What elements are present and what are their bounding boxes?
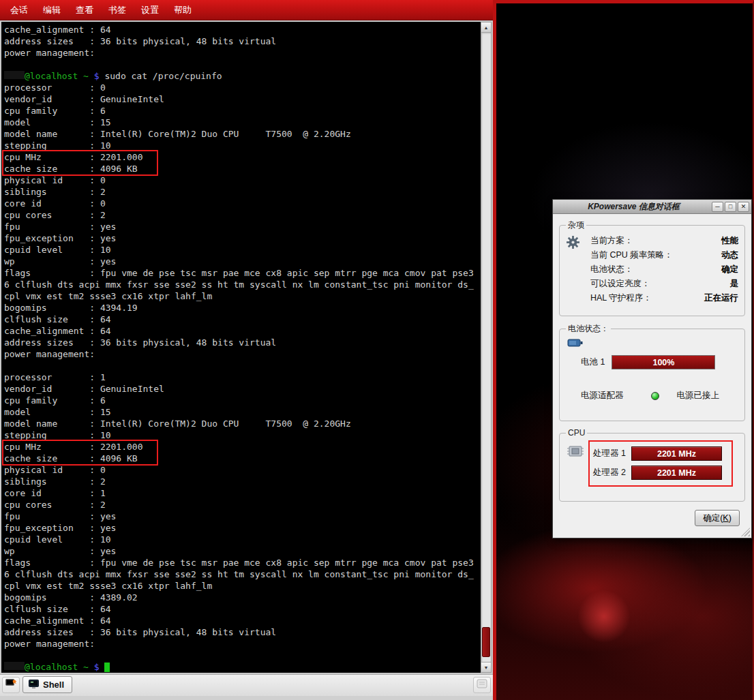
cpu-label: 处理器 2 [593, 467, 626, 478]
terminal-line: address sizes : 36 bits physical, 48 bit… [1, 626, 481, 638]
menu-help[interactable]: 帮助 [166, 0, 199, 20]
annotation-box [2, 440, 158, 466]
cpu-row: 处理器 12201 MHz [593, 445, 722, 462]
session-list-icon [477, 679, 487, 691]
menu-view[interactable]: 查看 [68, 0, 101, 20]
terminal-line: physical id : 0 [1, 464, 481, 476]
resize-grip[interactable] [741, 528, 750, 536]
new-session-icon [5, 678, 17, 691]
dialog-titlebar[interactable]: KPowersave 信息对话框 ─ □ ✕ [553, 200, 751, 214]
battery-group: 电池状态： 电池 1 100% 电源适配器 电源已接上 [559, 323, 745, 421]
menu-edit[interactable]: 编辑 [35, 0, 68, 20]
info-row: 电池状态：确定 [590, 262, 738, 277]
info-row: 可以设定亮度：是 [590, 277, 738, 291]
terminal-line: vendor_id : GenuineIntel [1, 383, 481, 395]
prompt-line: @localhost ~ $ sudo cat /proc/cpuinfo [1, 70, 481, 82]
menu-bookmarks[interactable]: 书签 [101, 0, 134, 20]
close-icon[interactable]: ✕ [738, 202, 749, 212]
terminal-tabbar: Shell [0, 674, 493, 696]
prompt-line: @localhost ~ $ [1, 661, 481, 673]
terminal-line: cache_alignment : 64 [1, 325, 481, 337]
info-label: 当前 CPU 频率策略： [590, 249, 673, 261]
terminal-scrollbar[interactable]: ▲ ▼ [481, 22, 492, 673]
tab-shell[interactable]: Shell [22, 676, 72, 693]
new-session-button[interactable] [2, 677, 20, 693]
terminal-line: processor : 1 [1, 371, 481, 383]
terminal-line: physical id : 0 [1, 174, 481, 186]
misc-group-legend: 杂项 [566, 219, 586, 231]
adapter-label: 电源适配器 [581, 390, 624, 401]
dialog-title: KPowersave 信息对话框 [557, 201, 710, 213]
tab-label: Shell [43, 680, 64, 690]
terminal-line: model name : Intel(R) Core(TM)2 Duo CPU … [1, 418, 481, 429]
command-text: sudo cat /proc/cpuinfo [104, 71, 222, 81]
terminal-line: bogomips : 4394.19 [1, 302, 481, 314]
ok-button[interactable]: 确定(K) [695, 510, 740, 526]
annotation-box [2, 150, 158, 176]
minimize-icon[interactable]: ─ [712, 202, 723, 212]
terminal-body: cache_alignment : 64address sizes : 36 b… [0, 20, 493, 674]
terminal-line: clflush size : 64 [1, 603, 481, 615]
info-value: 确定 [721, 264, 738, 275]
terminal-line [1, 650, 481, 661]
terminal-line: cpl vmx est tm2 ssse3 cx16 xtpr lahf_lm [1, 290, 481, 302]
info-label: HAL 守护程序： [590, 292, 652, 304]
battery-progress-fill: 100% [612, 356, 714, 369]
scrollbar-thumb[interactable] [482, 627, 490, 657]
cpu-frequency-bar: 2201 MHz [631, 466, 722, 480]
terminal-line: cpu cores : 2 [1, 499, 481, 511]
dialog-body: 杂项 当前方案：性能当前 CPU 频率策略：动态电池状态：确定可以设定亮度：是H… [553, 214, 751, 526]
terminal-line: vendor_id : GenuineIntel [1, 93, 481, 105]
info-row: HAL 守护程序：正在运行 [590, 291, 738, 305]
terminal-line: fpu : yes [1, 511, 481, 522]
terminal-line: cpl vmx est tm2 ssse3 cx16 xtpr lahf_lm [1, 580, 481, 592]
window-bottom-edge [0, 696, 493, 700]
menu-session[interactable]: 会话 [3, 0, 35, 20]
prompt-symbol: $ [94, 71, 100, 81]
terminal-line: cpu family : 6 [1, 105, 481, 117]
terminal-cursor [104, 663, 110, 672]
terminal-line: wp : yes [1, 545, 481, 557]
terminal-line: flags : fpu vme de pse tsc msr pae mce c… [1, 557, 481, 568]
terminal-line: core id : 1 [1, 487, 481, 499]
prompt-symbol: $ [94, 662, 100, 672]
terminal-line: fpu : yes [1, 221, 481, 232]
info-row: 当前方案：性能 [590, 234, 738, 248]
terminal-line: cpuid level : 10 [1, 244, 481, 256]
terminal-line: cpu family : 6 [1, 395, 481, 406]
kpowersave-dialog: KPowersave 信息对话框 ─ □ ✕ 杂项 当前方案：性能当前 CPU … [552, 199, 752, 538]
cpu-label: 处理器 1 [593, 448, 626, 459]
info-label: 可以设定亮度： [590, 278, 650, 290]
terminal-screen[interactable]: cache_alignment : 64address sizes : 36 b… [1, 22, 481, 673]
info-value: 正在运行 [704, 292, 738, 304]
info-row: 当前 CPU 频率策略：动态 [590, 248, 738, 262]
terminal-line: fpu_exception : yes [1, 232, 481, 244]
scrollbar-up-icon[interactable]: ▲ [481, 22, 491, 33]
scrollbar-track[interactable] [481, 33, 491, 662]
menu-settings[interactable]: 设置 [134, 0, 166, 20]
terminal-line: processor : 0 [1, 82, 481, 93]
terminal-line [1, 59, 481, 70]
terminal-line: bogomips : 4389.02 [1, 592, 481, 603]
info-value: 是 [730, 278, 739, 290]
scrollbar-down-icon[interactable]: ▼ [481, 662, 491, 672]
terminal-line: model name : Intel(R) Core(TM)2 Duo CPU … [1, 128, 481, 140]
prompt-host: @localhost ~ [25, 71, 89, 81]
battery-icon [567, 338, 584, 350]
battery-group-legend: 电池状态： [566, 323, 611, 335]
terminal-line: cache_alignment : 64 [1, 615, 481, 626]
terminal-line: model : 15 [1, 406, 481, 418]
terminal-line: power management: [1, 348, 481, 360]
maximize-icon[interactable]: □ [725, 202, 736, 212]
session-list-button[interactable] [473, 677, 491, 693]
terminal-line: cpu cores : 2 [1, 209, 481, 221]
terminal-line: address sizes : 36 bits physical, 48 bit… [1, 35, 481, 47]
adapter-status: 电源已接上 [677, 390, 720, 401]
terminal-line: flags : fpu vme de pse tsc msr pae mce c… [1, 267, 481, 279]
terminal-menubar: 会话编辑查看书签设置帮助 [0, 0, 493, 20]
cpu-row: 处理器 22201 MHz [593, 464, 722, 481]
terminal-line: core id : 0 [1, 198, 481, 209]
misc-rows: 当前方案：性能当前 CPU 频率策略：动态电池状态：确定可以设定亮度：是HAL … [590, 232, 738, 305]
info-value: 性能 [721, 235, 738, 247]
info-value: 动态 [721, 249, 738, 261]
